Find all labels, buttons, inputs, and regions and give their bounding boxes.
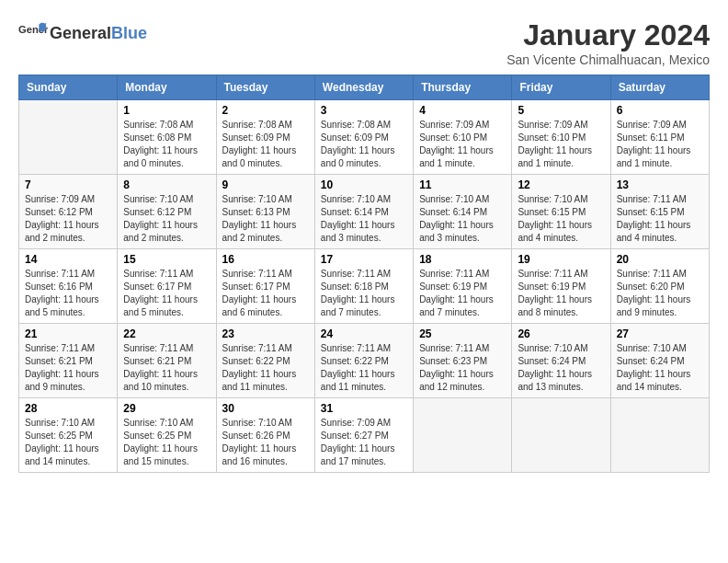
- calendar-cell: 17Sunrise: 7:11 AMSunset: 6:18 PMDayligh…: [314, 249, 413, 324]
- day-info: Sunrise: 7:08 AMSunset: 6:08 PMDaylight:…: [123, 119, 210, 170]
- day-info: Sunrise: 7:10 AMSunset: 6:25 PMDaylight:…: [123, 417, 210, 468]
- day-info: Sunrise: 7:11 AMSunset: 6:16 PMDaylight:…: [25, 268, 111, 319]
- calendar-week-row: 1Sunrise: 7:08 AMSunset: 6:08 PMDaylight…: [19, 100, 710, 175]
- day-number: 3: [321, 104, 407, 117]
- day-number: 5: [518, 104, 604, 117]
- logo-icon: General: [18, 18, 48, 48]
- calendar-cell: 5Sunrise: 7:09 AMSunset: 6:10 PMDaylight…: [512, 100, 610, 175]
- weekday-header-cell: Monday: [118, 75, 216, 100]
- weekday-header-row: SundayMondayTuesdayWednesdayThursdayFrid…: [19, 75, 710, 100]
- day-number: 11: [419, 178, 506, 191]
- day-number: 7: [25, 178, 111, 191]
- calendar-cell: 21Sunrise: 7:11 AMSunset: 6:21 PMDayligh…: [19, 324, 118, 398]
- weekday-header-cell: Sunday: [19, 75, 118, 100]
- day-number: 19: [518, 253, 604, 266]
- day-number: 12: [518, 178, 604, 191]
- day-info: Sunrise: 7:11 AMSunset: 6:22 PMDaylight:…: [321, 342, 407, 394]
- day-number: 20: [617, 253, 703, 266]
- day-info: Sunrise: 7:10 AMSunset: 6:25 PMDaylight:…: [25, 417, 111, 468]
- day-info: Sunrise: 7:09 AMSunset: 6:12 PMDaylight:…: [25, 193, 111, 245]
- calendar-week-row: 28Sunrise: 7:10 AMSunset: 6:25 PMDayligh…: [19, 398, 710, 473]
- calendar-cell: [414, 398, 512, 473]
- day-info: Sunrise: 7:09 AMSunset: 6:11 PMDaylight:…: [617, 119, 703, 170]
- calendar-cell: 30Sunrise: 7:10 AMSunset: 6:26 PMDayligh…: [216, 398, 314, 473]
- day-number: 8: [123, 178, 210, 191]
- calendar-cell: 12Sunrise: 7:10 AMSunset: 6:15 PMDayligh…: [512, 175, 610, 249]
- day-info: Sunrise: 7:08 AMSunset: 6:09 PMDaylight:…: [222, 119, 309, 170]
- logo: General GeneralBlue: [18, 18, 147, 48]
- weekday-header-cell: Saturday: [610, 75, 709, 100]
- day-info: Sunrise: 7:11 AMSunset: 6:21 PMDaylight:…: [123, 342, 210, 394]
- calendar-cell: 7Sunrise: 7:09 AMSunset: 6:12 PMDaylight…: [19, 175, 118, 249]
- day-info: Sunrise: 7:11 AMSunset: 6:17 PMDaylight:…: [123, 268, 210, 319]
- calendar-cell: 10Sunrise: 7:10 AMSunset: 6:14 PMDayligh…: [314, 175, 413, 249]
- day-number: 14: [25, 253, 111, 266]
- day-info: Sunrise: 7:11 AMSunset: 6:23 PMDaylight:…: [419, 342, 506, 394]
- page-header: General GeneralBlue January 2024 San Vic…: [18, 18, 710, 67]
- calendar-week-row: 21Sunrise: 7:11 AMSunset: 6:21 PMDayligh…: [19, 324, 710, 398]
- logo-blue-text: Blue: [111, 24, 147, 42]
- calendar-cell: 24Sunrise: 7:11 AMSunset: 6:22 PMDayligh…: [314, 324, 413, 398]
- calendar-cell: [512, 398, 610, 473]
- calendar-cell: 22Sunrise: 7:11 AMSunset: 6:21 PMDayligh…: [118, 324, 216, 398]
- day-number: 13: [617, 178, 703, 191]
- calendar-cell: [610, 398, 709, 473]
- calendar-cell: [19, 100, 118, 175]
- day-number: 4: [419, 104, 506, 117]
- calendar-cell: 18Sunrise: 7:11 AMSunset: 6:19 PMDayligh…: [414, 249, 512, 324]
- calendar-cell: 31Sunrise: 7:09 AMSunset: 6:27 PMDayligh…: [314, 398, 413, 473]
- day-number: 10: [321, 178, 407, 191]
- day-info: Sunrise: 7:10 AMSunset: 6:14 PMDaylight:…: [419, 193, 506, 245]
- day-info: Sunrise: 7:10 AMSunset: 6:24 PMDaylight:…: [518, 342, 604, 394]
- day-number: 21: [25, 327, 111, 340]
- day-number: 22: [123, 327, 210, 340]
- calendar-cell: 28Sunrise: 7:10 AMSunset: 6:25 PMDayligh…: [19, 398, 118, 473]
- weekday-header-cell: Friday: [512, 75, 610, 100]
- calendar-cell: 1Sunrise: 7:08 AMSunset: 6:08 PMDaylight…: [118, 100, 216, 175]
- day-info: Sunrise: 7:11 AMSunset: 6:19 PMDaylight:…: [518, 268, 604, 319]
- calendar-week-row: 7Sunrise: 7:09 AMSunset: 6:12 PMDaylight…: [19, 175, 710, 249]
- calendar-cell: 11Sunrise: 7:10 AMSunset: 6:14 PMDayligh…: [414, 175, 512, 249]
- day-info: Sunrise: 7:11 AMSunset: 6:18 PMDaylight:…: [321, 268, 407, 319]
- day-number: 26: [518, 327, 604, 340]
- calendar-cell: 3Sunrise: 7:08 AMSunset: 6:09 PMDaylight…: [314, 100, 413, 175]
- day-info: Sunrise: 7:09 AMSunset: 6:10 PMDaylight:…: [419, 119, 506, 170]
- calendar-cell: 6Sunrise: 7:09 AMSunset: 6:11 PMDaylight…: [610, 100, 709, 175]
- day-info: Sunrise: 7:11 AMSunset: 6:20 PMDaylight:…: [617, 268, 703, 319]
- logo-general-text: General: [50, 24, 111, 42]
- calendar-cell: 8Sunrise: 7:10 AMSunset: 6:12 PMDaylight…: [118, 175, 216, 249]
- calendar-table: SundayMondayTuesdayWednesdayThursdayFrid…: [18, 75, 710, 473]
- day-info: Sunrise: 7:10 AMSunset: 6:12 PMDaylight:…: [123, 193, 210, 245]
- day-info: Sunrise: 7:11 AMSunset: 6:15 PMDaylight:…: [617, 193, 703, 245]
- day-info: Sunrise: 7:10 AMSunset: 6:13 PMDaylight:…: [222, 193, 309, 245]
- day-info: Sunrise: 7:11 AMSunset: 6:21 PMDaylight:…: [25, 342, 111, 394]
- day-number: 23: [222, 327, 309, 340]
- day-info: Sunrise: 7:10 AMSunset: 6:26 PMDaylight:…: [222, 417, 309, 468]
- calendar-cell: 27Sunrise: 7:10 AMSunset: 6:24 PMDayligh…: [610, 324, 709, 398]
- day-info: Sunrise: 7:11 AMSunset: 6:19 PMDaylight:…: [419, 268, 506, 319]
- day-number: 17: [321, 253, 407, 266]
- calendar-cell: 16Sunrise: 7:11 AMSunset: 6:17 PMDayligh…: [216, 249, 314, 324]
- day-info: Sunrise: 7:09 AMSunset: 6:10 PMDaylight:…: [518, 119, 604, 170]
- day-info: Sunrise: 7:10 AMSunset: 6:14 PMDaylight:…: [321, 193, 407, 245]
- day-info: Sunrise: 7:08 AMSunset: 6:09 PMDaylight:…: [321, 119, 407, 170]
- weekday-header-cell: Thursday: [414, 75, 512, 100]
- calendar-cell: 29Sunrise: 7:10 AMSunset: 6:25 PMDayligh…: [118, 398, 216, 473]
- day-number: 2: [222, 104, 309, 117]
- calendar-cell: 9Sunrise: 7:10 AMSunset: 6:13 PMDaylight…: [216, 175, 314, 249]
- day-number: 28: [25, 402, 111, 415]
- calendar-cell: 14Sunrise: 7:11 AMSunset: 6:16 PMDayligh…: [19, 249, 118, 324]
- calendar-body: 1Sunrise: 7:08 AMSunset: 6:08 PMDaylight…: [19, 100, 710, 473]
- weekday-header-cell: Tuesday: [216, 75, 314, 100]
- day-number: 31: [321, 402, 407, 415]
- day-number: 15: [123, 253, 210, 266]
- day-number: 27: [617, 327, 703, 340]
- day-number: 18: [419, 253, 506, 266]
- calendar-cell: 26Sunrise: 7:10 AMSunset: 6:24 PMDayligh…: [512, 324, 610, 398]
- calendar-cell: 23Sunrise: 7:11 AMSunset: 6:22 PMDayligh…: [216, 324, 314, 398]
- day-number: 9: [222, 178, 309, 191]
- calendar-cell: 20Sunrise: 7:11 AMSunset: 6:20 PMDayligh…: [610, 249, 709, 324]
- day-number: 1: [123, 104, 210, 117]
- calendar-cell: 19Sunrise: 7:11 AMSunset: 6:19 PMDayligh…: [512, 249, 610, 324]
- day-info: Sunrise: 7:10 AMSunset: 6:24 PMDaylight:…: [617, 342, 703, 394]
